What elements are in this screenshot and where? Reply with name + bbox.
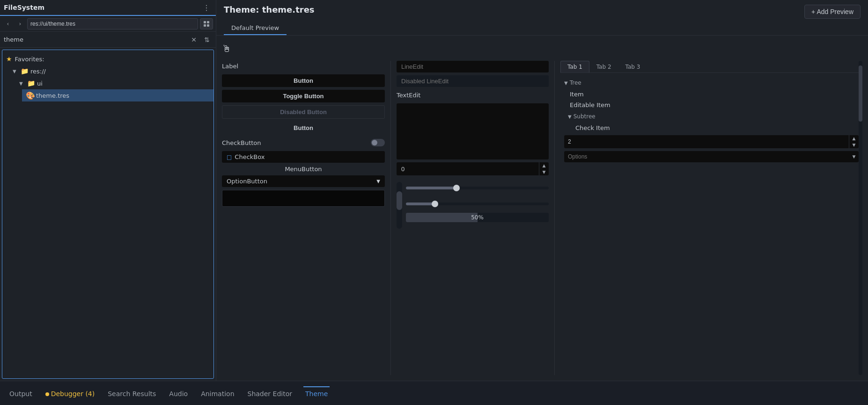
svg-rect-0 [204, 21, 206, 23]
toggle-switch[interactable] [371, 139, 385, 146]
right-scrollbar-thumb [859, 65, 862, 122]
options-input[interactable] [564, 152, 849, 162]
filter-close-button[interactable]: ✕ [189, 35, 199, 45]
file-tree: ★ Favorites: ▼ 📁 res:// ▼ 📁 ui 🎨 [2, 50, 214, 379]
spinbox-input[interactable] [397, 163, 539, 175]
tree-section-header[interactable]: ▼ Tree [560, 77, 862, 89]
textedit-control[interactable] [397, 103, 549, 159]
svg-rect-3 [207, 24, 209, 27]
flat-button-control[interactable]: Button [222, 122, 385, 134]
editor-header: Theme: theme.tres + Add Preview Default … [216, 0, 868, 36]
spinbox-control[interactable]: ▲ ▼ [397, 162, 549, 175]
preview-toolbar: 🖱 [222, 41, 862, 56]
progress-bar: 50% [406, 213, 549, 222]
toggle-button-control[interactable]: Toggle Button [222, 90, 385, 102]
editor-panel: Theme: theme.tres + Add Preview Default … [216, 0, 868, 381]
tree-item-theme[interactable]: 🎨 theme.tres [22, 89, 213, 101]
subtree-collapse-icon: ▼ [568, 114, 572, 119]
slider-2[interactable] [406, 202, 549, 205]
tree-item-label: ui [37, 80, 43, 87]
scrollbar-thumb [397, 191, 402, 210]
options-select[interactable]: ▼ [564, 151, 859, 162]
bottom-tab-search-results[interactable]: Search Results [106, 386, 158, 400]
spinbox-arrows: ▲ ▼ [539, 162, 549, 175]
spinbox-down-icon[interactable]: ▼ [539, 169, 549, 175]
filter-settings-button[interactable]: ⇅ [202, 35, 212, 45]
preview-left-column: Label Button Toggle Button Disabled Butt… [222, 61, 390, 375]
preview-tabs-bar: Tab 1 Tab 2 Tab 3 [560, 61, 862, 73]
preview-mid-column: TextEdit ▲ ▼ [390, 61, 554, 375]
check-button-label: CheckButton [222, 139, 261, 146]
label-control: Label [222, 61, 385, 72]
bottom-tab-audio[interactable]: Audio [167, 386, 190, 400]
disabled-button-control: Disabled Button [222, 105, 385, 119]
slider-fill [406, 187, 456, 189]
lineedit-control[interactable] [397, 61, 549, 72]
chevron-down-icon: ▼ [19, 81, 25, 86]
filesystem-menu-icon[interactable]: ⋮ [201, 2, 212, 13]
favorites-label: Favorites: [15, 56, 44, 63]
svg-rect-2 [204, 24, 206, 27]
slider-thumb[interactable] [432, 201, 438, 207]
tree-item-row[interactable]: Item [560, 89, 862, 100]
preview-tab-1[interactable]: Tab 1 [560, 61, 589, 72]
right-scrollbar[interactable] [859, 61, 862, 375]
button-control[interactable]: Button [222, 74, 385, 87]
spinbox-up-icon[interactable]: ▲ [849, 135, 859, 142]
bottom-tab-theme[interactable]: Theme [303, 386, 330, 400]
forward-button[interactable]: › [15, 19, 25, 29]
tree-check-item-row[interactable]: Check Item [560, 123, 862, 133]
option-button-control[interactable]: OptionButton ▼ [222, 175, 385, 187]
add-preview-button[interactable]: + Add Preview [804, 5, 861, 19]
back-button[interactable]: ‹ [3, 19, 13, 29]
tree-spinbox[interactable]: ▲ ▼ [564, 135, 859, 148]
preview-tab-2[interactable]: Tab 2 [589, 61, 618, 72]
path-input[interactable] [27, 18, 198, 29]
slider-thumb[interactable] [453, 185, 460, 191]
checkbox-control[interactable]: □ CheckBox [222, 151, 385, 163]
menu-button-control[interactable]: MenuButton [279, 163, 327, 175]
scroll-area: 50% [397, 182, 549, 375]
tree-item-ui[interactable]: ▼ 📁 ui [15, 77, 213, 89]
preview-content: Label Button Toggle Button Disabled Butt… [222, 61, 862, 375]
subtree-header[interactable]: ▼ Subtree [560, 110, 862, 123]
folder-icon: 📁 [20, 67, 29, 75]
spinbox-up-icon[interactable]: ▲ [539, 162, 549, 169]
color-picker-control[interactable] [222, 190, 385, 207]
bottom-tab-debugger[interactable]: Debugger (4) [44, 386, 97, 400]
dropdown-arrow-icon: ▼ [376, 179, 380, 184]
filesystem-panel: FileSystem ⋮ ‹ › theme [0, 0, 216, 381]
bottom-tab-shader-editor[interactable]: Shader Editor [246, 386, 294, 400]
filesystem-title: FileSystem [4, 4, 201, 11]
theme-file-icon: 🎨 [26, 91, 34, 100]
progress-label: 50% [471, 214, 484, 221]
tree-editable-item-row[interactable]: Editable Item [560, 100, 862, 110]
tree-spinbox-row: ▲ ▼ [560, 133, 862, 150]
spinbox-down-icon[interactable]: ▼ [849, 142, 859, 148]
slider-1[interactable] [406, 187, 549, 189]
tree-collapse-icon: ▼ [564, 80, 568, 86]
sliders-column: 50% [406, 182, 549, 375]
vertical-scrollbar[interactable] [397, 182, 402, 229]
tree-section: ▼ Tree Item Editable Item ▼ Subtr [560, 77, 862, 163]
path-bar: ‹ › [0, 16, 216, 32]
tree-item-label: res:// [30, 68, 46, 75]
folder-icon: 📁 [27, 80, 35, 87]
checkbox-icon: □ [227, 154, 232, 160]
cursor-icon: 🖱 [222, 43, 231, 54]
tree-item-res[interactable]: ▼ 📁 res:// [9, 65, 213, 77]
filter-label: theme [4, 36, 186, 43]
tree-item-label: theme.tres [36, 92, 69, 99]
bottom-bar: Output Debugger (4) Search Results Audio… [0, 381, 868, 405]
editor-title: Theme: theme.tres [224, 5, 315, 14]
bottom-tab-animation[interactable]: Animation [199, 386, 236, 400]
favorites-header: ★ Favorites: [2, 53, 213, 65]
bottom-tab-output[interactable]: Output [7, 386, 34, 400]
slider-fill [406, 202, 434, 205]
tree-spinbox-input[interactable] [564, 137, 849, 147]
preview-tab-3[interactable]: Tab 3 [618, 61, 647, 72]
tree-section-label: Tree [570, 80, 581, 86]
select-arrow-icon[interactable]: ▼ [849, 151, 859, 162]
grid-view-button[interactable] [200, 18, 213, 29]
tab-default-preview[interactable]: Default Preview [224, 22, 287, 35]
